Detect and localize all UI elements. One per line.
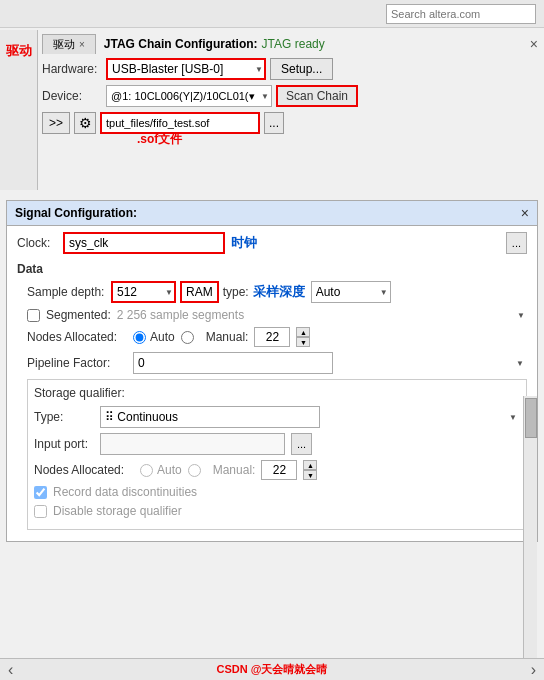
nodes-allocated-row: Nodes Allocated: Auto Manual: ▲ ▼ bbox=[27, 327, 527, 347]
manual-label: Manual: bbox=[206, 330, 249, 344]
pipeline-select[interactable]: 0 1 2 bbox=[133, 352, 333, 374]
gear-icon: ⚙ bbox=[79, 115, 92, 131]
sq-type-row: Type: ⠿ Continuous Start/Stop Transition… bbox=[34, 406, 520, 428]
hardware-label: Hardware: bbox=[42, 62, 102, 76]
sample-depth-row: Sample depth: 512 256 128 64 ▼ RAM type:… bbox=[27, 281, 527, 303]
record-row: Record data discontinuities bbox=[34, 485, 520, 499]
sof-row: >> ⚙ .sof文件 ... bbox=[42, 112, 538, 134]
type-label: type: bbox=[223, 285, 249, 299]
segmented-checkbox[interactable] bbox=[27, 309, 40, 322]
sq-type-label: Type: bbox=[34, 410, 94, 424]
segmented-detail: 2 256 sample segments bbox=[117, 308, 244, 322]
device-select[interactable]: @1: 10CL006(Y|Z)/10CL01(▾ bbox=[106, 85, 272, 107]
sof-more-button[interactable]: ... bbox=[264, 112, 284, 134]
pipeline-row: Pipeline Factor: 0 1 2 ▼ bbox=[27, 352, 527, 374]
sq-type-select[interactable]: ⠿ Continuous Start/Stop Transitional bbox=[100, 406, 320, 428]
scroll-left-icon[interactable]: ‹ bbox=[8, 661, 13, 679]
storage-qualifier-title: Storage qualifier: bbox=[34, 386, 520, 400]
input-port-input[interactable] bbox=[100, 433, 285, 455]
csdn-label: CSDN @天会晴就会晴 bbox=[217, 662, 328, 677]
signal-panel-content: Clock: 时钟 ... Data Sample depth: 512 256… bbox=[7, 226, 537, 541]
pipeline-label: Pipeline Factor: bbox=[27, 356, 127, 370]
setup-button[interactable]: Setup... bbox=[270, 58, 333, 80]
signal-panel-close-icon[interactable]: × bbox=[521, 205, 529, 221]
drive-annotation: 驱动 bbox=[6, 42, 32, 60]
pipeline-arrow: ▼ bbox=[516, 359, 524, 368]
device-label: Device: bbox=[42, 89, 102, 103]
input-port-more-button[interactable]: ... bbox=[291, 433, 312, 455]
signal-title-bar: Signal Configuration: × bbox=[7, 201, 537, 226]
clock-annotation: 时钟 bbox=[231, 234, 257, 252]
ram-badge: RAM bbox=[180, 281, 219, 303]
clock-input[interactable] bbox=[63, 232, 225, 254]
scroll-thumb[interactable] bbox=[525, 398, 537, 438]
hardware-row: Hardware: USB-Blaster [USB-0] ▼ Setup... bbox=[42, 58, 538, 80]
scroll-right-icon[interactable]: › bbox=[531, 661, 536, 679]
manual-radio-group: Manual: bbox=[181, 330, 249, 344]
data-section: Sample depth: 512 256 128 64 ▼ RAM type:… bbox=[27, 281, 527, 530]
tab-close-icon[interactable]: × bbox=[79, 39, 85, 50]
nodes2-spinner[interactable]: ▲ ▼ bbox=[303, 460, 317, 480]
manual2-radio-group: Manual: bbox=[188, 463, 256, 477]
tab-label: 驱动 bbox=[53, 37, 75, 52]
clock-label: Clock: bbox=[17, 236, 57, 250]
auto2-radio[interactable] bbox=[140, 464, 153, 477]
nodes-spin-down[interactable]: ▼ bbox=[296, 337, 310, 347]
sq-type-arrow: ▼ bbox=[509, 413, 517, 422]
input-port-label: Input port: bbox=[34, 437, 94, 451]
jtag-status: JTAG ready bbox=[262, 37, 325, 51]
segmented-dropdown-arrow: ▼ bbox=[517, 311, 525, 320]
auto-radio-group: Auto bbox=[133, 330, 175, 344]
jtag-tab[interactable]: 驱动 × bbox=[42, 34, 96, 54]
signal-panel-title: Signal Configuration: bbox=[15, 206, 137, 220]
nodes-allocated-2-row: Nodes Allocated: Auto Manual: ▲ ▼ bbox=[34, 460, 520, 480]
type-select[interactable]: Auto M4K M9K bbox=[311, 281, 391, 303]
nodes-spin-up[interactable]: ▲ bbox=[296, 327, 310, 337]
sof-manager-icon[interactable]: ⚙ bbox=[74, 112, 96, 134]
input-port-row: Input port: ... bbox=[34, 433, 520, 455]
hardware-select[interactable]: USB-Blaster [USB-0] bbox=[106, 58, 266, 80]
disable-label: Disable storage qualifier bbox=[53, 504, 182, 518]
jtag-config-title: JTAG Chain Configuration: bbox=[104, 37, 258, 51]
sof-arrow-button[interactable]: >> bbox=[42, 112, 70, 134]
search-input[interactable] bbox=[386, 4, 536, 24]
scan-chain-button[interactable]: Scan Chain bbox=[276, 85, 358, 107]
nodes2-spin-down[interactable]: ▼ bbox=[303, 470, 317, 480]
record-checkbox[interactable] bbox=[34, 486, 47, 499]
nodes2-spin-up[interactable]: ▲ bbox=[303, 460, 317, 470]
clock-more-button[interactable]: ... bbox=[506, 232, 527, 254]
nodes2-value-input[interactable] bbox=[261, 460, 297, 480]
device-row: Device: @1: 10CL006(Y|Z)/10CL01(▾ ▼ Scan… bbox=[42, 85, 538, 107]
nodes-allocated-label: Nodes Allocated: bbox=[27, 330, 127, 344]
auto2-radio-group: Auto bbox=[140, 463, 182, 477]
nodes-value-input[interactable] bbox=[254, 327, 290, 347]
left-sidebar: 驱动 bbox=[0, 30, 38, 190]
bottom-bar: ‹ CSDN @天会晴就会晴 › bbox=[0, 658, 544, 680]
record-label: Record data discontinuities bbox=[53, 485, 197, 499]
manual2-label: Manual: bbox=[213, 463, 256, 477]
disable-checkbox[interactable] bbox=[34, 505, 47, 518]
nodes-allocated-2-label: Nodes Allocated: bbox=[34, 463, 134, 477]
auto-radio[interactable] bbox=[133, 331, 146, 344]
disable-row: Disable storage qualifier bbox=[34, 504, 520, 518]
depth-annotation: 采样深度 bbox=[253, 283, 305, 301]
manual2-radio[interactable] bbox=[188, 464, 201, 477]
scroll-bar[interactable] bbox=[523, 396, 537, 680]
sample-depth-select[interactable]: 512 256 128 64 bbox=[111, 281, 176, 303]
sof-annotation: .sof文件 bbox=[137, 131, 182, 148]
auto2-label: Auto bbox=[157, 463, 182, 477]
storage-qualifier-section: Storage qualifier: Type: ⠿ Continuous St… bbox=[27, 379, 527, 530]
data-section-label: Data bbox=[17, 262, 527, 276]
jtag-close-icon[interactable]: × bbox=[530, 36, 538, 52]
signal-configuration-panel: Signal Configuration: × Clock: 时钟 ... Da… bbox=[6, 200, 538, 542]
nodes-spinner[interactable]: ▲ ▼ bbox=[296, 327, 310, 347]
segmented-label: Segmented: bbox=[46, 308, 111, 322]
top-bar bbox=[0, 0, 544, 28]
segmented-row: Segmented: 2 256 sample segments ▼ bbox=[27, 308, 527, 322]
auto-radio-label: Auto bbox=[150, 330, 175, 344]
sample-depth-label: Sample depth: bbox=[27, 285, 107, 299]
manual-radio[interactable] bbox=[181, 331, 194, 344]
clock-row: Clock: 时钟 ... bbox=[17, 232, 527, 254]
